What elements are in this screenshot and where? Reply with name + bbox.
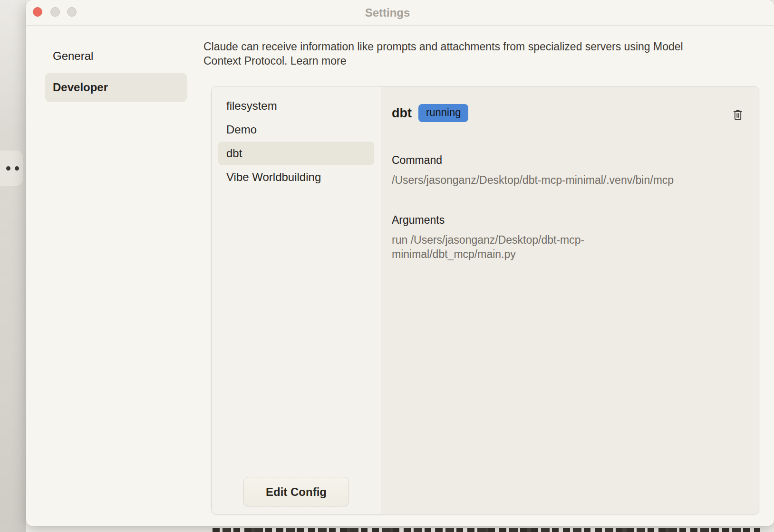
server-list-item[interactable]: Vibe Worldbuilding: [218, 165, 374, 189]
trash-icon: [732, 109, 744, 121]
learn-more-link[interactable]: Learn more: [290, 55, 347, 67]
server-name: dbt: [392, 106, 412, 121]
server-list-item[interactable]: dbt: [218, 142, 374, 165]
server-detail-pane: dbt running Command /Users/jasonganz/Des…: [381, 86, 759, 514]
settings-window: Settings GeneralDeveloper Claude can rec…: [26, 0, 774, 526]
server-list-column: filesystemDemodbtVibe Worldbuilding Edit…: [212, 86, 381, 514]
background-overflow-tab[interactable]: [0, 151, 23, 186]
settings-nav: GeneralDeveloper: [45, 41, 187, 104]
window-title: Settings: [340, 0, 435, 25]
zoom-button[interactable]: [67, 7, 77, 17]
server-detail-header: dbt running: [392, 104, 468, 123]
overflow-dots-icon: [6, 166, 10, 171]
minimize-button[interactable]: [50, 7, 60, 17]
close-button[interactable]: [33, 7, 42, 17]
command-value: /Users/jasonganz/Desktop/dbt-mcp-minimal…: [392, 173, 674, 187]
arguments-value: run /Users/jasonganz/Desktop/dbt-mcp-min…: [392, 233, 639, 261]
server-list-item[interactable]: Demo: [218, 118, 374, 142]
mcp-description-text: Claude can receive information like prom…: [203, 40, 683, 67]
arguments-label: Arguments: [392, 213, 445, 227]
edit-config-button[interactable]: Edit Config: [243, 477, 349, 506]
delete-server-button[interactable]: [730, 107, 745, 123]
nav-item[interactable]: Developer: [45, 73, 187, 102]
background-app-text-sliver: [213, 528, 760, 532]
overflow-dots-icon: [15, 166, 19, 171]
mcp-description: Claude can receive information like prom…: [203, 39, 707, 68]
server-list: filesystemDemodbtVibe Worldbuilding: [212, 94, 381, 189]
command-label: Command: [392, 153, 442, 167]
mcp-servers-panel: filesystemDemodbtVibe Worldbuilding Edit…: [211, 86, 759, 514]
server-list-item[interactable]: filesystem: [218, 94, 374, 118]
background-window-strip: [0, 0, 26, 532]
nav-item[interactable]: General: [45, 41, 187, 71]
status-badge: running: [418, 104, 468, 122]
title-bar: Settings: [26, 0, 774, 26]
